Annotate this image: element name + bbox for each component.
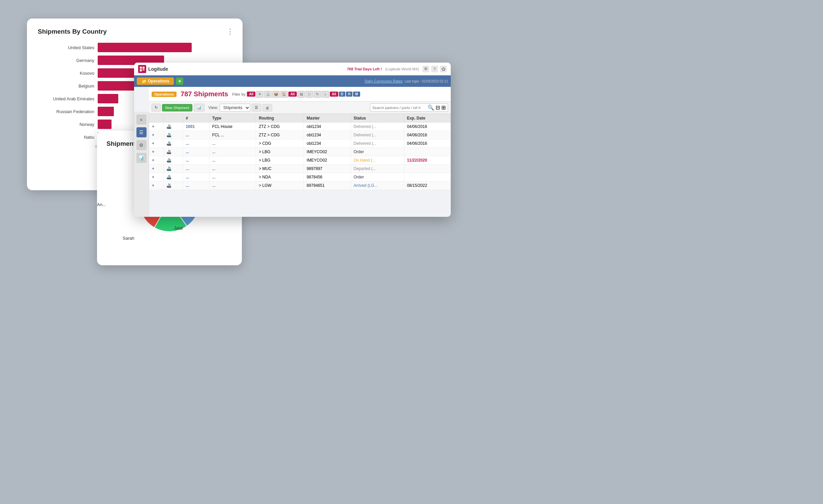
svg-rect-3 bbox=[143, 69, 145, 70]
table-row[interactable]: + 🚢 ... ... > LBG IMEYCO02 On Hand (... … bbox=[149, 156, 451, 165]
filter-btn-home[interactable]: 🏠 bbox=[280, 91, 288, 98]
row-add[interactable]: + bbox=[149, 181, 164, 190]
bar-chart-menu[interactable]: ⋮ bbox=[226, 27, 234, 36]
row-expdate bbox=[404, 173, 450, 181]
row-flag: 🚢 bbox=[164, 165, 183, 173]
table-row[interactable]: + 🚢 ... ... > LBG IMEYCO02 Order bbox=[149, 148, 451, 156]
row-num: ... bbox=[183, 131, 209, 139]
row-flag: 🚢 bbox=[164, 123, 183, 131]
shipments-table-container: # Type Routing Master Status Exp. Date +… bbox=[149, 114, 451, 192]
filter-btn-all3[interactable]: All bbox=[330, 92, 338, 97]
row-num: ... bbox=[183, 139, 209, 148]
shipments-count: 787 Shipments bbox=[181, 90, 228, 98]
row-status: Arrived (LG... bbox=[351, 181, 404, 190]
row-type: ... bbox=[209, 139, 256, 148]
row-status: Order bbox=[351, 148, 404, 156]
help-icon[interactable]: ? bbox=[431, 66, 438, 72]
filter-btn-h[interactable]: H bbox=[346, 92, 352, 97]
row-type: FCL ... bbox=[209, 131, 256, 139]
filter-btn-refresh[interactable]: ↻ bbox=[314, 91, 321, 98]
bar-fill bbox=[98, 107, 114, 116]
filter-btn-sea[interactable]: ⚓ bbox=[264, 91, 272, 98]
row-expdate: 04/06/2016 bbox=[404, 131, 450, 139]
filter-icon[interactable]: ⊟ bbox=[436, 104, 440, 111]
row-routing: ZTZ > CDG bbox=[256, 123, 304, 131]
row-flag: 🚢 bbox=[164, 156, 183, 165]
filter-btn-list[interactable]: ▤ bbox=[297, 91, 305, 98]
row-type: FCL House bbox=[209, 123, 256, 131]
sidebar-settings-icon[interactable]: ⚙ bbox=[136, 140, 147, 150]
row-add[interactable]: + bbox=[149, 148, 164, 156]
search-input[interactable] bbox=[372, 106, 426, 110]
row-status: On Hand (... bbox=[351, 156, 404, 165]
pie-chart-label: An... bbox=[97, 202, 106, 207]
row-num: ... bbox=[183, 156, 209, 165]
nav-add-button[interactable]: + bbox=[176, 77, 183, 85]
bar-fill bbox=[98, 120, 112, 129]
filter-btn-all[interactable]: All bbox=[247, 92, 255, 97]
row-status: Order bbox=[351, 173, 404, 181]
table-row[interactable]: + 🚢 ... ... > CDG obl1234 Delivered (...… bbox=[149, 139, 451, 148]
row-flag: 🚢 bbox=[164, 148, 183, 156]
filter-btn-box[interactable]: 📦 bbox=[272, 91, 280, 98]
export-btn[interactable]: 📊 bbox=[194, 104, 204, 111]
new-shipment-btn[interactable]: New Shipment bbox=[162, 104, 192, 111]
app-topbar: Logitude 768 Trial Days Left ! (Logitude… bbox=[134, 63, 451, 75]
row-add[interactable]: + bbox=[149, 156, 164, 165]
filter-btn-house[interactable]: ⌂ bbox=[322, 91, 329, 98]
pie-chart-label: Jalal bbox=[174, 226, 183, 231]
trial-text: 768 Trial Days Left ! bbox=[347, 67, 382, 71]
refresh-btn[interactable]: ↻ bbox=[152, 104, 161, 111]
table-row[interactable]: + 🚢 ... ... > MUC 9897897 Departed (... bbox=[149, 165, 451, 173]
topbar-right: 768 Trial Days Left ! (Logitude World MX… bbox=[347, 66, 447, 72]
row-expdate: 04/06/2016 bbox=[404, 139, 450, 148]
row-num: ... bbox=[183, 173, 209, 181]
row-num: ... bbox=[183, 165, 209, 173]
table-row[interactable]: + 🚢 1001 FCL House ZTZ > CDG obl1234 Del… bbox=[149, 123, 451, 131]
col-type: Type bbox=[209, 114, 256, 123]
filter-btn-all2[interactable]: All bbox=[288, 92, 297, 97]
row-master: 9878456 bbox=[304, 173, 351, 181]
row-num: ... bbox=[183, 181, 209, 190]
col-routing: Routing bbox=[256, 114, 304, 123]
sidebar-list-icon[interactable]: ☰ bbox=[136, 127, 147, 137]
col-actions bbox=[149, 114, 164, 123]
row-add[interactable]: + bbox=[149, 173, 164, 181]
bar-label: United States bbox=[40, 45, 94, 50]
sidebar-chart-icon[interactable]: 📊 bbox=[136, 153, 147, 163]
view-select[interactable]: Shipments bbox=[220, 104, 250, 112]
row-add[interactable]: + bbox=[149, 131, 164, 139]
filter-btn-m[interactable]: M bbox=[353, 92, 360, 97]
row-expdate bbox=[404, 148, 450, 156]
filter-btn-air[interactable]: ✈ bbox=[256, 91, 263, 98]
settings-icon[interactable]: ⚙ bbox=[422, 66, 429, 72]
row-routing: > LBG bbox=[256, 148, 304, 156]
row-master: IMEYCO02 bbox=[304, 156, 351, 165]
daily-rates-link[interactable]: Daily Currencies Rates bbox=[365, 79, 403, 83]
table-body: + 🚢 1001 FCL House ZTZ > CDG obl1234 Del… bbox=[149, 123, 451, 190]
sidebar-refresh-icon[interactable]: « bbox=[136, 114, 147, 125]
list-view-btn[interactable]: ☰ bbox=[252, 104, 261, 111]
col-expdate: Exp. Date bbox=[404, 114, 450, 123]
grid-icon[interactable]: ⊞ bbox=[441, 104, 446, 111]
row-num: 1001 bbox=[183, 123, 209, 131]
table-row[interactable]: + 🚢 ... FCL ... ZTZ > CDG obl1234 Delive… bbox=[149, 131, 451, 139]
filter-btn-d[interactable]: D bbox=[339, 92, 345, 97]
table-row[interactable]: + 🚢 ... ... > LGW 89794651 Arrived (LG..… bbox=[149, 181, 451, 190]
search-icon[interactable]: 🔍 bbox=[428, 104, 434, 111]
operations-badge: Operations bbox=[152, 92, 177, 97]
row-type: ... bbox=[209, 181, 256, 190]
print-btn[interactable]: 🖨 bbox=[262, 104, 272, 111]
table-row[interactable]: + 🚢 ... ... > NDA 9878456 Order bbox=[149, 173, 451, 181]
row-add[interactable]: + bbox=[149, 165, 164, 173]
search-box: 🔍 ⊟ ⊞ bbox=[370, 103, 448, 112]
filter-btn-square[interactable]: □ bbox=[306, 91, 313, 98]
row-add[interactable]: + bbox=[149, 123, 164, 131]
nav-tab-label: Operations bbox=[148, 79, 169, 83]
svg-rect-1 bbox=[143, 67, 145, 69]
row-flag: 🚢 bbox=[164, 131, 183, 139]
logo-text: Logitude bbox=[148, 66, 168, 72]
row-add[interactable]: + bbox=[149, 139, 164, 148]
nav-tab-operations[interactable]: 📁 Operations bbox=[137, 77, 174, 85]
power-icon[interactable]: ⏻ bbox=[440, 66, 447, 72]
